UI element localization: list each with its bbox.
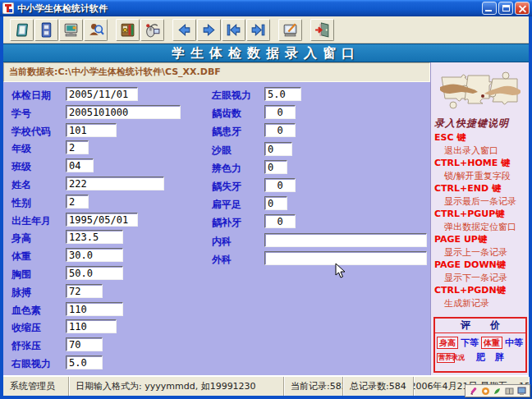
next-record-button[interactable] [197, 19, 221, 41]
exit-button[interactable] [310, 19, 334, 41]
tray-popup[interactable] [465, 384, 530, 397]
minimize-button[interactable] [482, 2, 497, 15]
edit-screen-icon [282, 21, 299, 39]
close-button[interactable] [515, 2, 530, 15]
shortcut-list: ESC 键退出录入窗口CTRL+HOME 键锁/解开重复字段CTRL+END 键… [431, 131, 530, 310]
edit-screen-button[interactable] [278, 19, 302, 41]
app-icon [2, 2, 14, 14]
right-vision-field[interactable] [66, 355, 103, 369]
exam-date-field[interactable] [66, 87, 138, 101]
nutrition-eval-value: 肥 胖 [460, 351, 524, 364]
file-cabinet-button[interactable] [34, 19, 58, 41]
grid-tray-icon[interactable] [505, 387, 514, 396]
trachoma-label: 沙眼 [212, 144, 232, 158]
gender-label: 性别 [11, 196, 31, 210]
school-code-field[interactable] [66, 123, 117, 137]
weight-label: 体重 [11, 250, 31, 264]
page-title: 学生体检数据录入窗口 [3, 44, 529, 62]
search-person-icon [87, 21, 104, 39]
pen-tray-icon[interactable] [469, 387, 478, 396]
caries-count-label: 龋齿数 [212, 107, 241, 121]
caries-count-field[interactable] [264, 105, 296, 119]
birth-date-field[interactable] [66, 213, 138, 227]
trachoma-field[interactable] [264, 142, 292, 156]
surgery-field[interactable] [264, 251, 427, 265]
color-vision-field[interactable] [264, 160, 287, 174]
diastolic-field[interactable] [66, 337, 103, 351]
mouse-tools-icon [144, 21, 161, 39]
last-record-button[interactable] [246, 19, 270, 41]
notebook-button[interactable] [10, 19, 34, 41]
exam-date-label: 体检日期 [11, 89, 51, 103]
mouse-tools-button[interactable] [140, 19, 164, 41]
systolic-field[interactable] [66, 319, 117, 333]
letter-tray-icon[interactable] [481, 387, 490, 396]
height-eval-value: 下等 [461, 337, 479, 349]
class-field[interactable] [66, 158, 94, 172]
next-record-icon [200, 21, 218, 39]
color-vision-label: 辨色力 [212, 162, 241, 176]
internal-medicine-label: 内科 [212, 235, 232, 249]
gender-field[interactable] [66, 195, 89, 209]
side-panel: 录入快捷键说明 ESC 键退出录入窗口CTRL+HOME 键锁/解开重复字段CT… [430, 62, 529, 375]
file-cabinet-icon [38, 21, 55, 39]
bookshelf-lock-icon [119, 21, 136, 39]
puzzle-hands-image [435, 69, 525, 113]
left-vision-field[interactable] [264, 87, 301, 101]
decayed-teeth-field[interactable] [264, 123, 296, 137]
student-name-field[interactable] [66, 177, 164, 190]
pulse-label: 脉搏 [11, 286, 31, 300]
filled-teeth-field[interactable] [264, 214, 296, 228]
evaluation-title: 评 价 [435, 319, 525, 333]
status-bar: 系统管理员 日期输入格式为: yyyymmdd, 如19991230 当前记录:… [3, 375, 529, 396]
shortcut-desc-6: 生成新记录 [431, 297, 530, 310]
school-code-label: 学校代码 [11, 125, 51, 139]
monitor-tray-icon[interactable] [517, 387, 526, 396]
student-id-field[interactable] [66, 105, 181, 119]
toolbar [3, 16, 529, 44]
datasource-path: 当前数据表:C:\中小学生体检统计软件\CS_XX.DBF [3, 62, 430, 82]
shortcut-desc-4: 显示上一条记录 [431, 246, 530, 259]
prev-record-button[interactable] [172, 19, 196, 41]
right-vision-label: 右眼视力 [11, 357, 51, 371]
window-title: 中小学生体检统计软件 [17, 2, 482, 15]
shortcut-desc-1: 锁/解开重复字段 [431, 170, 530, 183]
height-field[interactable] [66, 230, 123, 244]
missing-teeth-field[interactable] [264, 178, 296, 192]
internal-medicine-field[interactable] [264, 233, 427, 247]
surgery-label: 外科 [212, 253, 232, 267]
nutrition-tag: 营养状况 [437, 353, 455, 363]
weight-field[interactable] [66, 248, 123, 262]
shortcut-heading: 录入快捷键说明 [434, 117, 526, 131]
window-border-bottom [0, 396, 532, 399]
status-total-records: 总记录数:584 [343, 377, 414, 396]
prev-record-icon [176, 21, 193, 39]
computer-button[interactable] [59, 19, 83, 41]
search-person-button[interactable] [84, 19, 108, 41]
height-label: 身高 [11, 232, 31, 245]
hemoglobin-label: 血色素 [11, 304, 41, 318]
app-window: 中小学生体检统计软件 [0, 0, 532, 399]
maximize-button[interactable] [498, 2, 513, 15]
shortcut-key-6: CTRL+PGDN键 [431, 284, 530, 297]
first-record-button[interactable] [222, 19, 245, 41]
hemoglobin-field[interactable] [66, 302, 123, 316]
flat-foot-label: 扁平足 [212, 198, 241, 212]
flat-foot-field[interactable] [264, 196, 287, 210]
pulse-field[interactable] [66, 284, 103, 298]
status-user: 系统管理员 [3, 377, 69, 396]
shortcut-key-3: CTRL+PGUP键 [431, 208, 530, 221]
shortcut-desc-0: 退出录入窗口 [431, 144, 530, 158]
shortcut-key-4: PAGE UP键 [431, 233, 530, 246]
grade-label: 年级 [11, 142, 31, 156]
chest-field[interactable] [66, 266, 123, 280]
leaf-tray-icon[interactable] [493, 387, 502, 396]
notebook-icon [13, 21, 30, 39]
systolic-label: 收缩压 [11, 321, 41, 335]
title-bar: 中小学生体检统计软件 [0, 0, 532, 16]
grade-field[interactable] [66, 140, 89, 154]
bookshelf-lock-button[interactable] [116, 19, 140, 41]
class-label: 班级 [11, 160, 31, 174]
chest-label: 胸围 [11, 268, 31, 282]
decayed-teeth-label: 龋患牙 [212, 125, 241, 139]
